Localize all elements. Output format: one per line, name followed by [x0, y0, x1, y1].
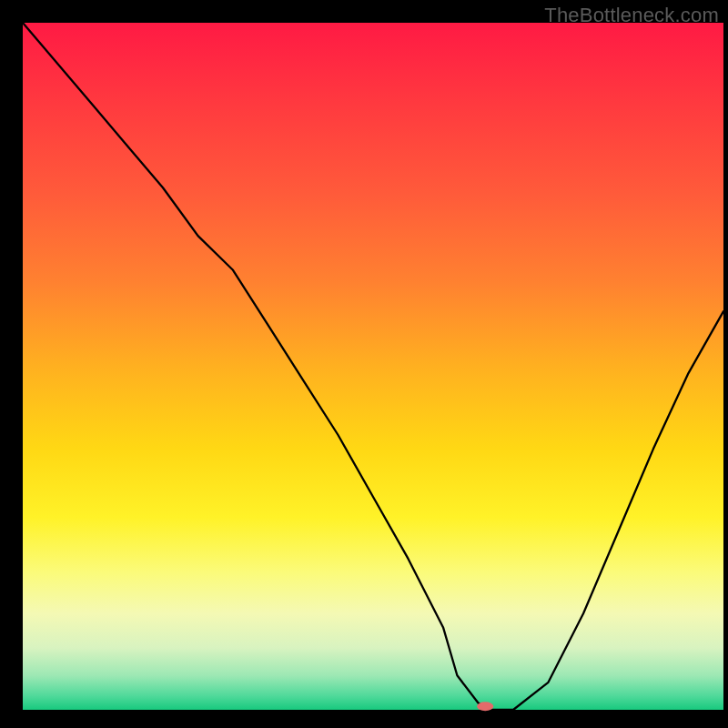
- optimal-point-marker: [477, 702, 493, 711]
- chart-svg: [0, 0, 728, 728]
- watermark-label: TheBottleneck.com: [544, 4, 719, 27]
- chart-gradient-background: [23, 23, 723, 710]
- bottleneck-chart: TheBottleneck.com: [0, 0, 728, 728]
